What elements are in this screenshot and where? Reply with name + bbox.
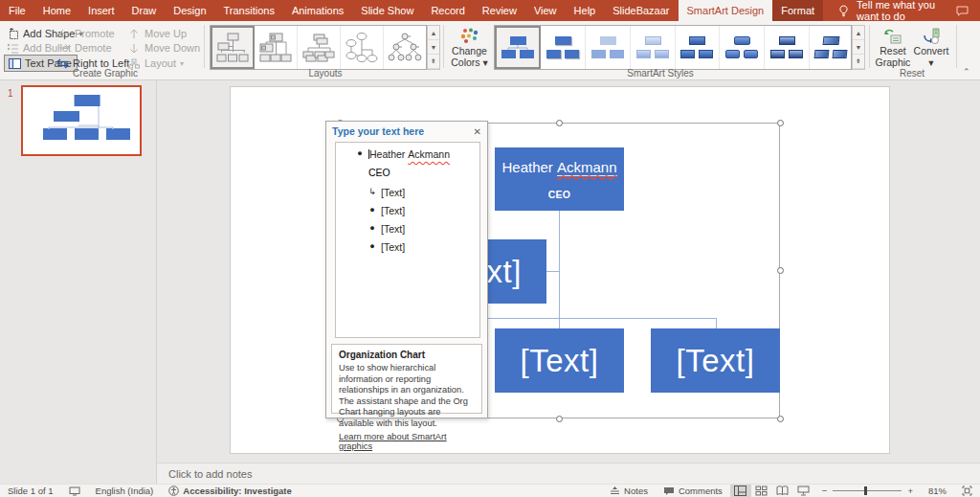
change-colors-label-1: Change [452,46,487,56]
org-chart-ceo-node[interactable]: Heather Ackmann CEO [495,147,624,211]
tab-insert[interactable]: Insert [79,0,123,21]
smartart-style-option-3[interactable] [586,26,631,69]
normal-view-button[interactable] [730,485,751,497]
tab-smartart-design[interactable]: SmartArt Design [679,0,773,21]
tab-record[interactable]: Record [422,0,473,21]
slide-thumbnail[interactable] [21,85,142,156]
reset-graphic-label-2: Graphic [876,57,911,68]
text-pane-title: Type your text here [332,125,424,137]
tab-design[interactable]: Design [165,0,214,21]
tab-file[interactable]: File [0,0,34,21]
layouts-scroll-up-icon[interactable]: ▲ [428,26,439,40]
resize-handle-middle-right[interactable] [777,267,784,274]
org-chart-subordinate-node-2[interactable]: [Text] [495,328,624,393]
move-up-button[interactable]: Move Up [127,26,187,41]
tab-slidebazaar[interactable]: SlideBazaar [604,0,678,21]
styles-gallery-scrollbar[interactable]: ▲ ▼ ⇟ [852,25,865,70]
zoom-slider[interactable] [833,490,902,491]
zoom-level[interactable]: 81% [921,485,954,497]
tab-help[interactable]: Help [566,0,605,21]
zoom-slider-thumb[interactable] [864,486,867,495]
text-pane-icon [8,56,21,70]
assistant-bullet-icon: ↳ [368,187,376,196]
accessibility-status[interactable]: Accessibility: Investigate [161,485,300,497]
resize-handle-bottom-right[interactable] [777,416,784,422]
demote-button[interactable]: Demote [57,40,112,56]
layout-option-5[interactable] [384,26,426,69]
org-chart-subordinate-node-3[interactable]: [Text] [651,328,780,393]
reset-graphic-icon [883,28,902,45]
tab-animations[interactable]: Animations [283,0,352,21]
layout-option-2[interactable] [255,26,298,69]
lightbulb-icon [836,4,850,17]
tab-draw[interactable]: Draw [123,0,166,21]
tab-view[interactable]: View [525,0,566,21]
layouts-group-label: Layouts [268,68,383,79]
text-pane-outline[interactable]: ● Heather Ackmann CEO ↳ [Text] ● [Text] … [335,142,480,338]
layouts-gallery [210,25,427,70]
reset-graphic-button[interactable]: Reset Graphic [873,25,913,70]
notes-area[interactable]: Click to add notes [157,463,980,484]
notes-toggle[interactable]: Notes [602,485,656,497]
slide-indicator[interactable]: Slide 1 of 1 [0,485,61,497]
reading-view-button[interactable] [772,485,793,497]
styles-scroll-down-icon[interactable]: ▼ [853,40,864,55]
outline-item-ceo-title[interactable]: CEO [368,167,476,178]
outline-item-text-3[interactable]: ● [Text] [368,241,476,253]
ribbon-separator [443,25,444,68]
smartart-style-option-2[interactable] [541,26,586,69]
smartart-style-option-4[interactable] [631,26,676,69]
outline-item-assistant[interactable]: ↳ [Text] [368,187,476,198]
comments-toggle[interactable]: Comments [656,485,730,497]
text-pane-header[interactable]: Type your text here ✕ [326,122,487,141]
tell-me-box[interactable]: Tell me what you want to do [823,0,955,21]
close-icon[interactable]: ✕ [474,126,481,137]
layout-option-4[interactable] [341,26,384,69]
collapse-ribbon-icon[interactable]: ⌃ [963,67,970,77]
move-down-button[interactable]: Move Down [127,40,200,56]
comments-icon [663,486,675,496]
zoom-in-button[interactable]: + [907,485,921,497]
smartart-style-option-6[interactable] [720,26,765,69]
tab-slide-show[interactable]: Slide Show [352,0,422,21]
promote-button[interactable]: Promote [57,26,115,41]
language-indicator[interactable]: English (India) [88,485,162,497]
ribbon: Add Shape ▾ Add Bullet Text Pane Promote [0,21,980,80]
display-settings-icon[interactable] [61,485,88,497]
smartart-style-option-8[interactable] [810,26,851,69]
ribbon-separator [869,25,870,68]
tab-review[interactable]: Review [474,0,525,21]
resize-handle-top-center[interactable] [556,120,563,126]
outline-item-ceo[interactable]: ● Heather Ackmann [356,148,476,160]
connector-line [559,211,560,328]
promote-icon [57,27,71,40]
tab-transitions[interactable]: Transitions [215,0,283,21]
change-colors-button[interactable]: Change Colors ▾ [447,25,492,70]
smartart-style-option-1[interactable] [495,26,541,69]
outline-item-text-2[interactable]: ● [Text] [368,223,476,235]
layouts-gallery-scrollbar[interactable]: ▲ ▼ ⇟ [427,25,440,70]
styles-scroll-up-icon[interactable]: ▲ [853,26,864,40]
create-graphic-group-label: Create Graphic [38,68,172,79]
layouts-more-icon[interactable]: ⇟ [428,55,439,69]
layout-option-1[interactable] [211,26,255,69]
tab-home[interactable]: Home [34,0,79,21]
layout-option-3[interactable] [298,26,341,69]
learn-more-link[interactable]: Learn more about SmartArt graphics [339,432,475,451]
fit-to-window-icon[interactable] [954,485,980,497]
tab-format[interactable]: Format [772,0,823,21]
convert-button[interactable]: Convert ▾ [911,25,951,70]
layouts-scroll-down-icon[interactable]: ▼ [428,40,439,55]
slide-sorter-view-button[interactable] [751,485,772,497]
styles-more-icon[interactable]: ⇟ [853,55,864,69]
outline-item-text-1[interactable]: ● [Text] [368,205,476,216]
bullet-icon: ● [356,148,364,158]
bullet-icon: ● [368,223,376,233]
smartart-style-option-7[interactable] [765,26,810,69]
zoom-out-button[interactable]: − [814,485,828,497]
resize-handle-bottom-center[interactable] [556,416,563,422]
resize-handle-top-right[interactable] [777,120,784,126]
smartart-style-option-5[interactable] [676,26,721,69]
slideshow-view-button[interactable] [793,485,814,497]
comments-bubble-icon[interactable] [955,4,969,17]
